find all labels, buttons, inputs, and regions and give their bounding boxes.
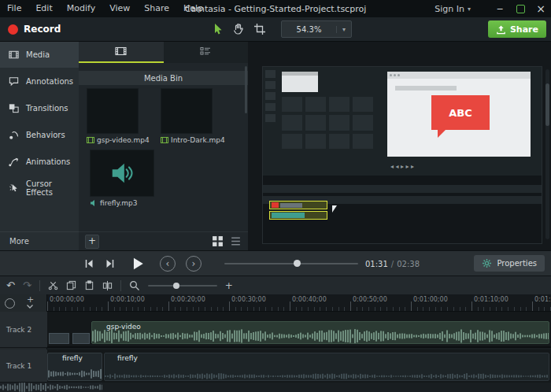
menu-edit[interactable]: Edit [28,0,59,17]
signin-menu[interactable]: Sign In ▾ [427,4,479,14]
track-options-chevron-icon[interactable] [26,304,34,309]
media-item-gsp-video[interactable]: gsp-video.mp4 [87,88,150,144]
preview-browser-titlebar [387,72,531,79]
video-thumbnail [161,88,213,134]
close-button[interactable]: × [531,0,551,17]
timeline-ruler[interactable]: 0:00:00;000:00:10;000:00:20;000:00:30;00… [47,294,551,312]
cursor-tool-icon[interactable] [211,23,224,35]
timeline-zoom-thumb[interactable] [173,283,179,289]
canvas-scrollbar[interactable] [545,69,549,239]
ruler-label: 0:00:20;00 [171,296,205,303]
track2-lane[interactable]: gsp-video [47,312,551,348]
undo-button[interactable]: ↶ [6,280,15,290]
sidebar-item-behaviors[interactable]: Behaviors [0,121,79,148]
zoom-magnifier-icon[interactable] [129,280,140,291]
library-tab-icon [199,45,212,57]
record-button[interactable]: Record [8,17,61,41]
clip-firefly-1[interactable]: firefly [47,353,102,381]
crop-tool-icon[interactable] [253,23,266,35]
media-item-intro-dark[interactable]: Intro-Dark.mp4 [161,88,225,144]
playback-bar: ‹ › 01:31 / 02:38 Properties [0,250,551,276]
preview-mini-timeline [263,176,542,243]
audio-thumbnail [90,150,154,197]
film-icon [161,136,168,144]
time-display: 01:31 / 02:38 [365,251,420,276]
clip-firefly-2[interactable]: firefly [104,353,549,381]
redo-button[interactable]: ↷ [23,280,31,290]
play-button[interactable] [131,257,145,271]
sidebar-item-annotations[interactable]: Annotations [0,68,79,94]
media-bin-tab-icon [114,45,128,57]
preview-browser-window: ABC [387,72,531,157]
scrubber-thumb[interactable] [294,260,301,267]
menu-share[interactable]: Share [137,0,176,17]
behaviors-icon [8,129,20,141]
preview-mini-window [282,72,318,92]
sidebar-more-button[interactable]: More [0,231,79,250]
sidebar-item-animations[interactable]: Animations [0,148,79,175]
split-icon[interactable] [102,280,113,290]
ruler-label: 0:00:40;00 [292,296,327,303]
ruler-label: 0:01:20;00 [534,296,551,303]
jump-forward-button[interactable]: › [186,256,202,272]
timeline-zoom-slider[interactable] [148,285,217,287]
ruler-label: 0:00:50;00 [353,296,387,303]
jump-back-button[interactable]: ‹ [160,256,176,272]
clip-gsp-video[interactable]: gsp-video [91,321,549,344]
next-frame-button[interactable] [105,258,116,269]
track1-header[interactable]: Track 1 [0,349,47,383]
media-bin-header: Media Bin [79,71,248,85]
transitions-icon [8,102,20,114]
canvas-area: ABC ◂ ◂ ▸ ▸ ▸ [248,41,551,250]
canvas-zoom-dropdown[interactable]: 54.3% ▾ [281,20,352,38]
add-media-button[interactable]: + [85,235,99,249]
waveform [48,368,102,380]
preview-cursor [332,205,337,213]
share-button[interactable]: Share [488,20,546,38]
gear-icon [482,258,492,268]
properties-button[interactable]: Properties [474,255,545,272]
previous-frame-button[interactable] [83,258,94,269]
sidebar-item-cursor-effects[interactable]: Cursor Effects [0,175,79,202]
pan-tool-icon[interactable] [232,23,245,35]
record-voice-button[interactable] [5,298,15,309]
media-panel: Media Bin gsp-video.mp4 Intro-Dark.mp4 [79,41,248,250]
timeline-toolbar: ↶ ↷ + [0,276,551,294]
speaker-icon [109,160,135,187]
maximize-icon [516,5,525,13]
zoom-in-button[interactable]: + [225,280,233,291]
list-view-icon[interactable] [230,235,242,247]
track2-small-clip[interactable] [72,333,90,344]
menu-file[interactable]: File [0,0,28,17]
annotations-icon [8,76,20,87]
track1-lane[interactable]: firefly firefly [47,349,551,383]
menubar: File Edit Modify View Share Help Camtasi… [0,0,551,17]
track2-header[interactable]: Track 2 [0,312,47,348]
playback-scrubber[interactable] [224,263,358,264]
maximize-button[interactable] [510,0,531,17]
preview-playback-controls: ◂ ◂ ▸ ▸ ▸ [263,161,542,171]
canvas-preview[interactable]: ABC ◂ ◂ ▸ ▸ ▸ [262,66,542,244]
share-icon [496,24,506,35]
track2-small-clip[interactable] [49,333,69,344]
menu-view[interactable]: View [102,0,137,17]
sidebar-item-media[interactable]: Media [0,41,79,68]
tab-library[interactable] [164,41,249,63]
media-item-firefly[interactable]: firefly.mp3 [90,150,154,207]
minimize-button[interactable]: − [490,0,510,17]
tab-media-bin[interactable] [79,41,164,63]
preview-selected-clips [269,201,327,221]
cursor-effects-icon [8,183,20,194]
partial-track-waveform [0,383,102,392]
media-panel-scrollbar[interactable] [245,66,247,113]
copy-icon[interactable] [66,280,76,290]
waveform [105,372,549,380]
cut-icon[interactable] [48,280,58,290]
grid-view-icon[interactable] [212,235,224,247]
tools-sidebar: Media Annotations Transitions Behaviors … [0,41,79,250]
paste-icon[interactable] [84,280,94,290]
window-title: Camtasia - Getting-Started-Project.tscpr… [185,4,366,14]
sidebar-item-transitions[interactable]: Transitions [0,94,79,121]
menu-modify[interactable]: Modify [60,0,102,17]
ruler-label: 0:00:10;00 [110,296,145,303]
